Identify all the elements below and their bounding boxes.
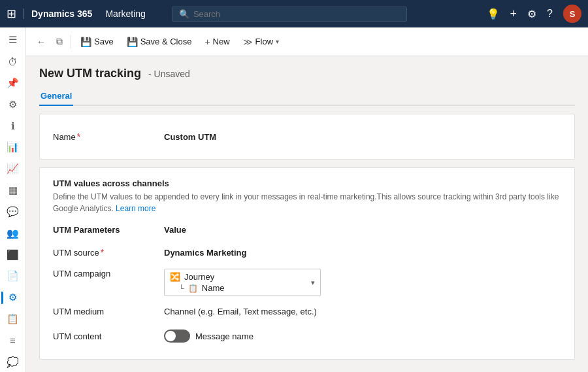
utm-source-label: UTM source *: [53, 247, 157, 258]
flow-button[interactable]: ≫ Flow ▾: [238, 31, 284, 52]
sidebar-item-settings[interactable]: ⚙: [1, 94, 25, 114]
sidebar: ☰ ⏱ 📌 ⚙ ℹ 📊 📈 ▦ 💬 👥 ⬛ 📄 ⚙ 📋 ≡ 💭: [0, 27, 26, 372]
top-nav-right: 💡 + ⚙ ? S: [487, 5, 581, 23]
tab-general[interactable]: General: [39, 87, 73, 106]
sidebar-item-info[interactable]: ℹ: [1, 116, 25, 136]
journey-label: Journey: [184, 272, 214, 282]
save-close-button[interactable]: 💾 Save & Close: [122, 31, 197, 52]
tree-connector-icon: └: [179, 284, 184, 292]
utm-medium-row: UTM medium Channel (e.g. Email, Text mes…: [53, 299, 561, 324]
flow-icon: ≫: [243, 37, 253, 47]
back-button[interactable]: ←: [33, 34, 50, 50]
unsaved-indicator: - Unsaved: [148, 69, 190, 79]
utm-campaign-row: UTM campaign 🔀 Journey └ 📋 Name: [53, 265, 561, 299]
name-value[interactable]: Custom UTM: [164, 132, 561, 142]
user-avatar[interactable]: S: [563, 5, 581, 23]
sidebar-item-speech[interactable]: 💭: [1, 352, 25, 372]
new-button[interactable]: + New: [199, 31, 235, 52]
utm-campaign-label: UTM campaign: [53, 269, 157, 279]
sidebar-item-contacts[interactable]: 👥: [1, 223, 25, 243]
sidebar-item-lines[interactable]: ≡: [1, 330, 25, 350]
learn-more-link[interactable]: Learn more: [116, 204, 155, 213]
sidebar-item-menu[interactable]: ☰: [1, 30, 25, 50]
settings-icon[interactable]: ⚙: [527, 8, 536, 20]
save-button[interactable]: 💾 Save: [75, 31, 119, 52]
utm-content-row: UTM content Message name: [53, 324, 561, 348]
save-close-label: Save & Close: [140, 37, 192, 46]
utm-section-card: UTM values across channels Define the UT…: [39, 167, 575, 360]
sidebar-item-chart[interactable]: 📈: [1, 159, 25, 179]
utm-param-header: UTM Parameters: [53, 225, 157, 235]
utm-campaign-dropdown[interactable]: 🔀 Journey └ 📋 Name ▾: [164, 269, 321, 296]
name-label: Name: [202, 283, 225, 293]
utm-content-toggle-wrap: Message name: [164, 330, 253, 343]
sidebar-item-pinned[interactable]: 📌: [1, 73, 25, 93]
utm-content-toggle-label: Message name: [195, 331, 253, 341]
sidebar-item-chat[interactable]: 💬: [1, 202, 25, 222]
flow-chevron-icon: ▾: [276, 38, 279, 45]
name-form-card: Name * Custom UTM: [39, 114, 575, 160]
flow-label: Flow: [255, 37, 273, 46]
dropdown-chevron-icon: ▾: [311, 279, 315, 287]
sidebar-item-documents[interactable]: 📄: [1, 266, 25, 286]
top-navigation: ⊞ Dynamics 365 Marketing 🔍 💡 + ⚙ ? S: [0, 0, 588, 27]
utm-medium-value: Channel (e.g. Email, Text message, etc.): [164, 307, 561, 316]
dropdown-journey-row: 🔀 Journey: [170, 272, 306, 282]
dropdown-name-row: └ 📋 Name: [170, 283, 306, 293]
save-label: Save: [94, 37, 114, 46]
search-icon: 🔍: [179, 9, 189, 19]
sidebar-item-grid[interactable]: ▦: [1, 180, 25, 201]
utm-section-title: UTM values across channels: [53, 178, 561, 188]
new-icon: +: [204, 37, 210, 47]
search-input[interactable]: [193, 9, 400, 19]
name-item-icon: 📋: [188, 284, 198, 293]
name-required-star: *: [77, 131, 80, 142]
separator1: [71, 35, 71, 48]
sidebar-item-recent[interactable]: ⏱: [1, 52, 25, 72]
app-name: Dynamics 365: [23, 8, 92, 19]
save-close-icon: 💾: [127, 37, 138, 47]
lightbulb-icon[interactable]: 💡: [487, 8, 500, 20]
new-label: New: [213, 37, 230, 46]
page-content: New UTM tracking - Unsaved General Name …: [26, 56, 588, 372]
tab-navigation: General: [39, 87, 575, 106]
sidebar-item-apps[interactable]: ⬛: [1, 245, 25, 265]
page-header: New UTM tracking - Unsaved: [39, 67, 575, 82]
name-label: Name *: [53, 131, 157, 142]
module-name: Marketing: [99, 8, 145, 19]
restore-button[interactable]: ⧉: [52, 33, 67, 50]
search-container: 🔍: [172, 7, 407, 22]
utm-source-required: *: [101, 247, 104, 258]
utm-section-desc: Define the UTM values to be appended to …: [53, 191, 561, 214]
grid-icon[interactable]: ⊞: [7, 7, 16, 21]
page-title: New UTM tracking - Unsaved: [39, 67, 190, 80]
save-icon: 💾: [80, 37, 91, 47]
sidebar-item-analytics[interactable]: 📊: [1, 137, 25, 158]
main-area: ← ⧉ 💾 Save 💾 Save & Close + New ≫ Flow ▾: [26, 27, 588, 372]
utm-value-header: Value: [164, 225, 561, 235]
help-icon[interactable]: ?: [547, 8, 553, 20]
journey-icon: 🔀: [170, 272, 180, 282]
sidebar-item-list[interactable]: 📋: [1, 309, 25, 330]
utm-table-header: UTM Parameters Value: [53, 225, 561, 235]
utm-content-toggle[interactable]: [164, 330, 190, 343]
command-bar: ← ⧉ 💾 Save 💾 Save & Close + New ≫ Flow ▾: [26, 27, 588, 56]
add-icon[interactable]: +: [510, 7, 517, 21]
utm-content-label: UTM content: [53, 331, 157, 341]
utm-medium-label: UTM medium: [53, 307, 157, 316]
utm-source-row: UTM source * Dynamics Marketing: [53, 240, 561, 265]
sidebar-item-active-settings[interactable]: ⚙: [1, 288, 25, 308]
name-row: Name * Custom UTM: [53, 125, 561, 148]
utm-source-value[interactable]: Dynamics Marketing: [164, 248, 561, 258]
